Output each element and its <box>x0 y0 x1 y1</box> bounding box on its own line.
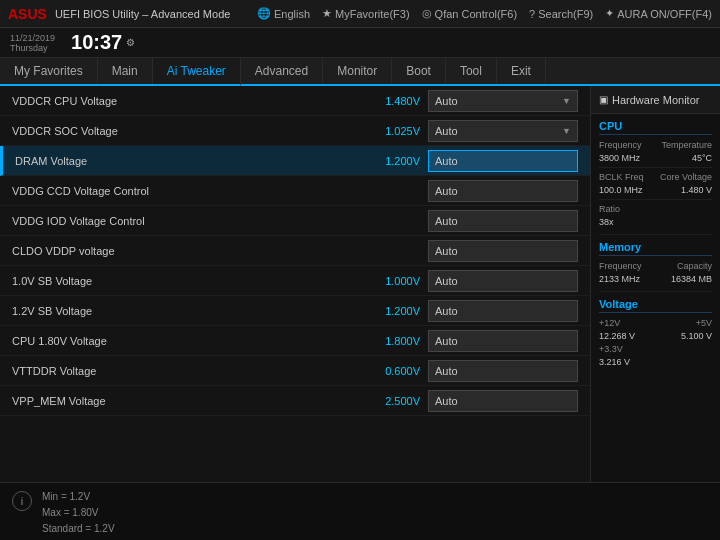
voltage-name-label: 1.2V SB Voltage <box>12 305 368 317</box>
voltage-value-label: 1.800V <box>368 335 428 347</box>
voltage-dropdown[interactable]: Auto▼ <box>428 120 578 142</box>
voltage-name-label: DRAM Voltage <box>15 155 368 167</box>
info-line: Max = 1.80V <box>42 505 130 521</box>
info-text: Min = 1.2VMax = 1.80VStandard = 1.2VIncr… <box>42 489 130 540</box>
voltage-name-label: CLDO VDDP voltage <box>12 245 368 257</box>
topbar-qfan[interactable]: ◎ Qfan Control(F6) <box>422 7 518 20</box>
bios-title: UEFI BIOS Utility – Advanced Mode <box>55 8 230 20</box>
language-icon: 🌐 <box>257 7 271 20</box>
fan-icon: ◎ <box>422 7 432 20</box>
table-row[interactable]: VDDG CCD Voltage ControlAuto <box>0 176 590 206</box>
voltage-name-label: VDDCR CPU Voltage <box>12 95 368 107</box>
voltage-dropdown[interactable]: Auto <box>428 390 578 412</box>
voltage-dropdown[interactable]: Auto <box>428 150 578 172</box>
nav-aitweaker[interactable]: Ai Tweaker <box>153 58 241 86</box>
top-bar: ASUS UEFI BIOS Utility – Advanced Mode 🌐… <box>0 0 720 28</box>
info-icon: i <box>12 491 32 511</box>
voltage-dropdown[interactable]: Auto <box>428 180 578 202</box>
nav-boot[interactable]: Boot <box>392 58 446 84</box>
hw-row: +3.3V <box>599 344 712 354</box>
voltage-name-label: VDDG CCD Voltage Control <box>12 185 368 197</box>
info-line: Standard = 1.2V <box>42 521 130 537</box>
hw-memory-title: Memory <box>599 241 712 256</box>
chevron-down-icon: ▼ <box>562 96 571 106</box>
voltage-name-label: VPP_MEM Voltage <box>12 395 368 407</box>
voltage-value-label: 1.200V <box>368 155 428 167</box>
voltage-value-label: 2.500V <box>368 395 428 407</box>
voltage-value-label: 1.025V <box>368 125 428 137</box>
voltage-name-label: VDDG IOD Voltage Control <box>12 215 368 227</box>
voltage-dropdown[interactable]: Auto <box>428 330 578 352</box>
voltage-name-label: CPU 1.80V Voltage <box>12 335 368 347</box>
voltage-name-label: VDDCR SOC Voltage <box>12 125 368 137</box>
main-nav: My Favorites Main Ai Tweaker Advanced Mo… <box>0 58 720 86</box>
hw-row: 3.216 V <box>599 357 712 367</box>
voltage-dropdown[interactable]: Auto <box>428 210 578 232</box>
table-row[interactable]: 1.0V SB Voltage1.000VAuto <box>0 266 590 296</box>
hw-row: Ratio <box>599 204 712 214</box>
voltage-list: VDDCR CPU Voltage1.480VAuto▼VDDCR SOC Vo… <box>0 86 590 416</box>
table-row[interactable]: VDDCR CPU Voltage1.480VAuto▼ <box>0 86 590 116</box>
table-row[interactable]: CLDO VDDP voltageAuto <box>0 236 590 266</box>
hardware-monitor-header: ▣ Hardware Monitor <box>591 86 720 114</box>
datetime-bar: 11/21/2019 Thursday 10:37 ⚙ <box>0 28 720 58</box>
favorite-icon: ★ <box>322 7 332 20</box>
hw-memory-section: Memory Frequency Capacity 2133 MHz 16384… <box>591 235 720 291</box>
hw-row: 38x <box>599 217 712 227</box>
hw-voltage-section: Voltage +12V +5V 12.268 V 5.100 V +3.3V … <box>591 292 720 374</box>
hw-row: Frequency Temperature <box>599 140 712 150</box>
aura-icon: ✦ <box>605 7 614 20</box>
nav-advanced[interactable]: Advanced <box>241 58 323 84</box>
voltage-value-label: 1.000V <box>368 275 428 287</box>
voltage-value-label: 1.200V <box>368 305 428 317</box>
voltage-dropdown[interactable]: Auto <box>428 300 578 322</box>
chevron-down-icon: ▼ <box>562 126 571 136</box>
hw-row: 2133 MHz 16384 MB <box>599 274 712 284</box>
nav-main[interactable]: Main <box>98 58 153 84</box>
search-icon: ? <box>529 8 535 20</box>
clock-settings-icon[interactable]: ⚙ <box>126 37 135 48</box>
hw-cpu-title: CPU <box>599 120 712 135</box>
monitor-icon: ▣ <box>599 94 608 105</box>
table-row[interactable]: VDDG IOD Voltage ControlAuto <box>0 206 590 236</box>
table-row[interactable]: DRAM Voltage1.200VAuto <box>0 146 590 176</box>
hw-row: 12.268 V 5.100 V <box>599 331 712 341</box>
content-area: VDDCR CPU Voltage1.480VAuto▼VDDCR SOC Vo… <box>0 86 720 482</box>
voltage-dropdown[interactable]: Auto <box>428 240 578 262</box>
nav-monitor[interactable]: Monitor <box>323 58 392 84</box>
hw-cpu-section: CPU Frequency Temperature 3800 MHz 45°C … <box>591 114 720 234</box>
voltage-name-label: VTTDDR Voltage <box>12 365 368 377</box>
topbar-language[interactable]: 🌐 English <box>257 7 310 20</box>
top-bar-right: 🌐 English ★ MyFavorite(F3) ◎ Qfan Contro… <box>257 7 712 20</box>
hw-row: +12V +5V <box>599 318 712 328</box>
clock-display: 10:37 <box>71 31 122 54</box>
table-row[interactable]: CPU 1.80V Voltage1.800VAuto <box>0 326 590 356</box>
voltage-value-label: 1.480V <box>368 95 428 107</box>
hardware-monitor-title: Hardware Monitor <box>612 94 699 106</box>
voltage-value-label: 0.600V <box>368 365 428 377</box>
main-panel: VDDCR CPU Voltage1.480VAuto▼VDDCR SOC Vo… <box>0 86 590 482</box>
info-line: Min = 1.2V <box>42 489 130 505</box>
table-row[interactable]: VPP_MEM Voltage2.500VAuto <box>0 386 590 416</box>
table-row[interactable]: 1.2V SB Voltage1.200VAuto <box>0 296 590 326</box>
nav-exit[interactable]: Exit <box>497 58 546 84</box>
asus-logo: ASUS <box>8 6 47 22</box>
table-row[interactable]: VDDCR SOC Voltage1.025VAuto▼ <box>0 116 590 146</box>
hardware-monitor-panel: ▣ Hardware Monitor CPU Frequency Tempera… <box>590 86 720 482</box>
hw-row: 3800 MHz 45°C <box>599 153 712 163</box>
hw-row: 100.0 MHz 1.480 V <box>599 185 712 195</box>
hw-row: BCLK Freq Core Voltage <box>599 172 712 182</box>
table-row[interactable]: VTTDDR Voltage0.600VAuto <box>0 356 590 386</box>
topbar-aura[interactable]: ✦ AURA ON/OFF(F4) <box>605 7 712 20</box>
topbar-search[interactable]: ? Search(F9) <box>529 8 593 20</box>
info-box: i Min = 1.2VMax = 1.80VStandard = 1.2VIn… <box>0 482 720 540</box>
voltage-name-label: 1.0V SB Voltage <box>12 275 368 287</box>
voltage-dropdown[interactable]: Auto <box>428 360 578 382</box>
voltage-dropdown[interactable]: Auto▼ <box>428 90 578 112</box>
nav-myfavorites[interactable]: My Favorites <box>0 58 98 84</box>
hw-voltage-title: Voltage <box>599 298 712 313</box>
voltage-dropdown[interactable]: Auto <box>428 270 578 292</box>
hw-row: Frequency Capacity <box>599 261 712 271</box>
nav-tool[interactable]: Tool <box>446 58 497 84</box>
topbar-myfavorite[interactable]: ★ MyFavorite(F3) <box>322 7 410 20</box>
